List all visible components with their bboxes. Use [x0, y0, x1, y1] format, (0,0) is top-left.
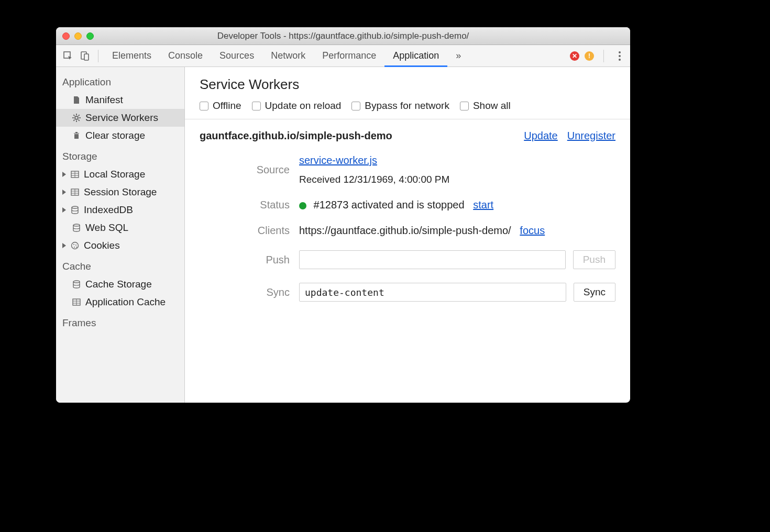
sw-registration: gauntface.github.io/simple-push-demo Upd…	[185, 119, 630, 312]
push-row: Push	[299, 250, 615, 269]
trash-icon	[72, 131, 81, 140]
received-time: Received 12/31/1969, 4:00:00 PM	[299, 174, 615, 185]
cookie-icon	[70, 241, 80, 250]
devtools-tabs: Elements Console Sources Network Perform…	[104, 45, 469, 67]
checkbox-label: Show all	[473, 100, 511, 112]
source-label: Source	[200, 164, 299, 176]
sidebar-group-application: Application	[56, 70, 184, 91]
sidebar-group-frames: Frames	[56, 311, 184, 332]
checkbox-label: Bypass for network	[365, 100, 449, 112]
grid-icon	[70, 170, 80, 179]
toolbar-right: ✕ !	[570, 50, 626, 62]
tab-elements[interactable]: Elements	[104, 45, 160, 67]
expand-triangle-icon	[62, 190, 66, 195]
source-cell: service-worker.js Received 12/31/1969, 4…	[299, 154, 615, 185]
warning-badge-icon[interactable]: !	[585, 51, 594, 61]
sw-details-grid: Source service-worker.js Received 12/31/…	[200, 154, 615, 302]
status-start-link[interactable]: start	[473, 199, 493, 210]
svg-point-19	[73, 281, 80, 283]
expand-triangle-icon	[62, 207, 66, 213]
sidebar-item-clear-storage[interactable]: Clear storage	[56, 127, 184, 145]
sidebar-item-label: Clear storage	[85, 130, 145, 141]
sidebar-item-indexeddb[interactable]: IndexedDB	[56, 201, 184, 219]
inspect-element-icon[interactable]	[60, 48, 76, 64]
sidebar-item-label: Application Cache	[85, 296, 166, 308]
svg-point-18	[76, 247, 77, 248]
checkbox-label: Offline	[213, 100, 241, 112]
expand-triangle-icon	[62, 172, 66, 177]
status-dot-icon	[299, 202, 306, 209]
sidebar-item-application-cache[interactable]: Application Cache	[56, 293, 184, 311]
zoom-window-button[interactable]	[86, 32, 94, 40]
sync-button[interactable]: Sync	[574, 283, 615, 302]
tabs-overflow[interactable]: »	[447, 45, 469, 67]
sidebar-item-cookies[interactable]: Cookies	[56, 237, 184, 254]
update-link[interactable]: Update	[524, 130, 558, 142]
sidebar-item-websql[interactable]: Web SQL	[56, 219, 184, 237]
offline-checkbox[interactable]: Offline	[200, 100, 241, 112]
svg-point-15	[73, 244, 74, 245]
grid-icon	[70, 187, 80, 197]
sidebar-item-label: Service Workers	[85, 112, 158, 124]
expand-triangle-icon	[62, 243, 66, 248]
clients-label: Clients	[200, 225, 299, 237]
sidebar-item-cache-storage[interactable]: Cache Storage	[56, 275, 184, 293]
svg-point-12	[72, 206, 78, 208]
unregister-link[interactable]: Unregister	[567, 130, 615, 142]
sidebar-item-session-storage[interactable]: Session Storage	[56, 183, 184, 201]
client-focus-link[interactable]: focus	[520, 225, 545, 236]
svg-point-14	[72, 242, 79, 249]
titlebar: Developer Tools - https://gauntface.gith…	[56, 27, 630, 45]
tab-application[interactable]: Application	[384, 45, 447, 67]
sidebar-item-label: Web SQL	[85, 222, 128, 234]
sidebar-item-service-workers[interactable]: Service Workers	[56, 109, 184, 127]
database-icon	[72, 280, 81, 289]
devtools-window: Developer Tools - https://gauntface.gith…	[56, 27, 630, 403]
tab-performance[interactable]: Performance	[314, 45, 384, 67]
push-input[interactable]	[299, 250, 566, 269]
tab-network[interactable]: Network	[262, 45, 314, 67]
sync-label: Sync	[200, 286, 299, 298]
tab-console[interactable]: Console	[160, 45, 211, 67]
close-window-button[interactable]	[62, 32, 70, 40]
window-title: Developer Tools - https://gauntface.gith…	[56, 31, 630, 41]
device-toolbar-icon[interactable]	[77, 48, 93, 64]
status-text: #12873 activated and is stopped	[314, 199, 465, 210]
show-all-checkbox[interactable]: Show all	[460, 100, 511, 112]
svg-point-13	[73, 224, 80, 226]
bypass-for-network-checkbox[interactable]: Bypass for network	[351, 100, 449, 112]
client-url: https://gauntface.github.io/simple-push-…	[299, 225, 511, 236]
status-cell: #12873 activated and is stopped start	[299, 199, 615, 211]
update-on-reload-checkbox[interactable]: Update on reload	[252, 100, 342, 112]
tab-sources[interactable]: Sources	[211, 45, 262, 67]
status-label: Status	[200, 199, 299, 211]
sidebar-item-label: Local Storage	[84, 169, 145, 180]
sidebar-item-label: IndexedDB	[84, 204, 133, 216]
toolbar-separator	[98, 50, 98, 62]
push-button[interactable]: Push	[573, 250, 615, 269]
sw-options-row: Offline Update on reload Bypass for netw…	[200, 100, 615, 112]
clients-cell: https://gauntface.github.io/simple-push-…	[299, 225, 615, 237]
main-header: Service Workers Offline Update on reload…	[185, 67, 630, 119]
settings-menu-icon[interactable]	[613, 51, 626, 61]
sidebar-group-storage: Storage	[56, 145, 184, 165]
devtools-toolbar: Elements Console Sources Network Perform…	[56, 45, 630, 67]
sidebar-item-local-storage[interactable]: Local Storage	[56, 165, 184, 183]
sidebar-item-label: Session Storage	[84, 186, 157, 198]
file-icon	[72, 95, 81, 105]
svg-rect-2	[84, 54, 89, 60]
sidebar-item-manifest[interactable]: Manifest	[56, 91, 184, 109]
sync-input[interactable]	[299, 283, 566, 302]
checkbox-label: Update on reload	[265, 100, 342, 112]
sw-actions: Update Unregister	[524, 130, 615, 142]
error-badge-icon[interactable]: ✕	[570, 51, 579, 61]
minimize-window-button[interactable]	[74, 32, 82, 40]
gear-icon	[72, 113, 81, 123]
source-link[interactable]: service-worker.js	[299, 154, 377, 166]
database-icon	[72, 223, 81, 232]
svg-point-16	[75, 245, 76, 246]
window-controls	[62, 32, 94, 40]
main-panel: Service Workers Offline Update on reload…	[185, 67, 630, 403]
devtools-body: Application Manifest Service Workers Cle…	[56, 67, 630, 403]
panel-title: Service Workers	[200, 76, 615, 93]
